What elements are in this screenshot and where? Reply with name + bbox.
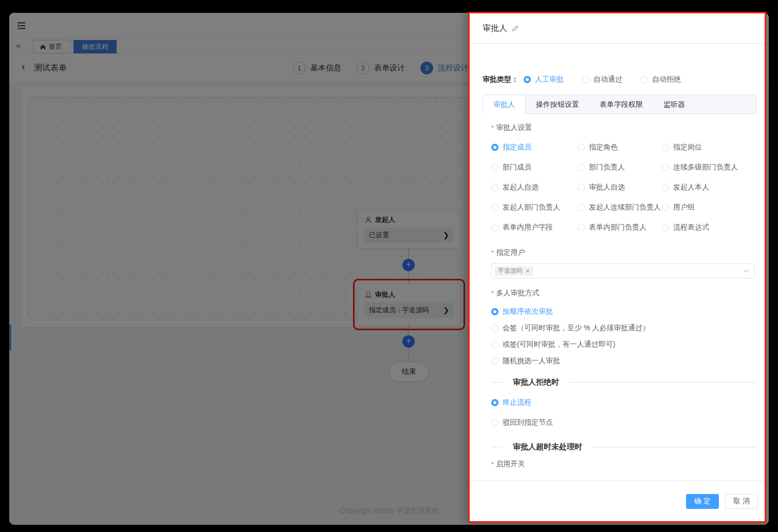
chevron-down-icon [743, 269, 749, 273]
radio-dot [491, 341, 498, 348]
radio-form-dept-leader[interactable]: 表单内部门负责人 [578, 222, 662, 233]
user-tag: 芋道源码 × [494, 266, 533, 276]
drawer-header: 审批人 [470, 13, 765, 44]
radio-dot [662, 204, 669, 211]
radio-dept-leader[interactable]: 部门负责人 [578, 162, 662, 173]
radio-dot [491, 325, 498, 332]
radio-random-one[interactable]: 随机挑选一人审批 [491, 356, 756, 366]
radio-return-to-node[interactable]: 驳回到指定节点 [491, 417, 756, 428]
radio-dot [491, 184, 498, 191]
radio-dot [491, 204, 498, 211]
edit-pencil-icon[interactable] [511, 25, 519, 32]
radio-initiator-dept-leader[interactable]: 发起人部门负责人 [491, 202, 578, 213]
tab-approver[interactable]: 审批人 [483, 95, 526, 113]
drawer-tabs: 审批人 操作按钮设置 表单字段权限 监听器 [483, 94, 756, 114]
reject-options: 终止流程 驳回到指定节点 [491, 397, 756, 428]
tab-listeners[interactable]: 监听器 [653, 95, 695, 113]
approver-settings-drawer: 审批人 审批类型： 人工审批 自动通过 自动拒绝 [468, 12, 766, 523]
radio-auto-reject[interactable]: 自动拒绝 [641, 74, 681, 85]
approver-setting-label: 审批人设置 [491, 123, 756, 133]
radio-dept-member[interactable]: 部门成员 [491, 162, 578, 173]
timeout-section-title: 审批人超时未处理时 [503, 442, 592, 452]
radio-dot [491, 357, 498, 365]
approve-type-row: 审批类型： 人工审批 自动通过 自动拒绝 [483, 74, 756, 85]
radio-dot [662, 224, 669, 231]
radio-dot [582, 76, 589, 83]
radio-dot [524, 76, 531, 83]
radio-user-group[interactable]: 用户组 [662, 202, 756, 213]
radio-initiator-select[interactable]: 发起人自选 [491, 182, 578, 193]
radio-dot [491, 144, 498, 151]
radio-manual-approve[interactable]: 人工审批 [524, 74, 564, 85]
radio-flow-expression[interactable]: 流程表达式 [662, 222, 756, 233]
assign-user-label: 指定用户 [491, 248, 756, 258]
drawer-title: 审批人 [483, 23, 507, 34]
radio-dot [578, 224, 585, 231]
screenshot-stage: « 首页 修改流程 ‹ 测试表单 1 基本信息 2 表单设计 [0, 0, 778, 532]
radio-dot [578, 144, 585, 151]
assign-user-select[interactable]: 芋道源码 × [491, 263, 755, 278]
drawer-body: 审批类型： 人工审批 自动通过 自动拒绝 审批人 操作按钮设置 表单字段权限 [470, 44, 765, 481]
tab-content-approver: 审批人设置 指定成员 指定角色 指定岗位 部门成员 部门负责人 连续多级部门负责… [483, 123, 756, 469]
radio-dot [578, 184, 585, 191]
radio-dot [491, 419, 498, 426]
radio-dot [491, 308, 498, 315]
timeout-section-divider: 审批人超时未处理时 [491, 442, 756, 452]
radio-dot [641, 76, 648, 83]
radio-sequential-approve[interactable]: 按顺序依次审批 [491, 307, 756, 317]
radio-auto-pass[interactable]: 自动通过 [582, 74, 622, 85]
radio-assign-role[interactable]: 指定角色 [578, 142, 662, 153]
approve-type-label: 审批类型： [483, 75, 518, 84]
radio-dot [491, 224, 498, 231]
multi-approve-label: 多人审批方式 [491, 288, 756, 298]
radio-terminate-flow[interactable]: 终止流程 [491, 397, 756, 408]
radio-dot [578, 164, 585, 171]
radio-dot [662, 164, 669, 171]
user-tag-label: 芋道源码 [498, 267, 523, 275]
enable-switch-label: 启用开关 [491, 459, 756, 469]
cancel-button[interactable]: 取 消 [725, 494, 758, 509]
reject-section-divider: 审批人拒绝时 [491, 377, 756, 387]
radio-dot [578, 204, 585, 211]
tab-button-settings[interactable]: 操作按钮设置 [526, 95, 589, 113]
tag-close-icon[interactable]: × [526, 267, 530, 275]
reject-section-title: 审批人拒绝时 [503, 377, 569, 387]
radio-dot [662, 184, 669, 191]
drawer-footer: 确 定 取 消 [470, 481, 765, 521]
confirm-button[interactable]: 确 定 [686, 494, 719, 509]
radio-orsign[interactable]: 或签(可同时审批，有一人通过即可) [491, 339, 756, 350]
radio-dot [491, 399, 498, 406]
radio-initiator-self[interactable]: 发起人本人 [662, 182, 756, 193]
radio-dot [662, 144, 669, 151]
radio-multi-level-dept-leader[interactable]: 连续多级部门负责人 [662, 162, 756, 173]
radio-assign-post[interactable]: 指定岗位 [662, 142, 756, 153]
radio-initiator-multi-dept-leader[interactable]: 发起人连续部门负责人 [578, 202, 662, 213]
radio-approver-select[interactable]: 审批人自选 [578, 182, 662, 193]
approver-setting-options: 指定成员 指定角色 指定岗位 部门成员 部门负责人 连续多级部门负责人 发起人自… [491, 142, 756, 233]
multi-approve-options: 按顺序依次审批 会签（可同时审批，至少 % 人必须审批通过） 或签(可同时审批，… [491, 307, 756, 366]
radio-dot [491, 164, 498, 171]
radio-assign-member[interactable]: 指定成员 [491, 142, 578, 153]
tab-field-permissions[interactable]: 表单字段权限 [589, 95, 653, 113]
radio-form-user-field[interactable]: 表单内用户字段 [491, 222, 578, 233]
radio-countersign[interactable]: 会签（可同时审批，至少 % 人必须审批通过） [491, 323, 756, 333]
